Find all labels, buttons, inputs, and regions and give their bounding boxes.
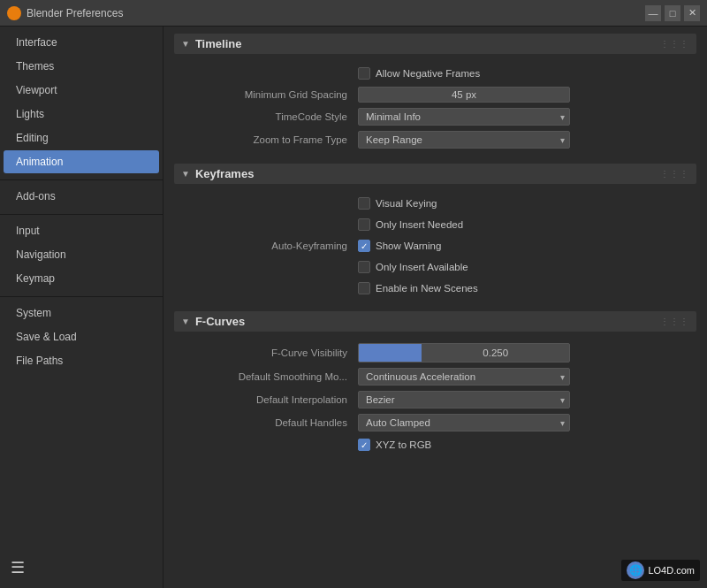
sidebar-divider-1 <box>0 179 163 180</box>
menu-button[interactable]: ☰ <box>4 554 32 581</box>
enable-new-scenes-text: Enable in New Scenes <box>376 283 478 294</box>
timeline-title: Timeline <box>195 37 660 50</box>
sidebar-item-lights[interactable]: Lights <box>4 103 159 126</box>
default-smoothing-select[interactable]: Continuous Acceleration None Euler <box>358 368 570 386</box>
sidebar-item-navigation[interactable]: Navigation <box>4 243 159 266</box>
default-interpolation-label: Default Interpolation <box>181 394 358 405</box>
window-controls: — □ ✕ <box>645 5 700 21</box>
show-warning-label: ✓ Show Warning <box>358 240 441 252</box>
timecode-style-label: TimeCode Style <box>181 111 358 122</box>
timeline-arrow: ▼ <box>181 39 190 49</box>
auto-keyframing-label: Auto-Keyframing <box>181 241 358 251</box>
sidebar-item-animation[interactable]: Animation <box>4 150 159 173</box>
sidebar-section-bot: Input Navigation Keymap <box>0 218 163 291</box>
title-bar-text: Blender Preferences <box>27 7 640 19</box>
keyframes-dots: ⋮⋮⋮ <box>660 169 689 179</box>
sidebar-item-keymap[interactable]: Keymap <box>4 267 159 290</box>
watermark: 🌐 LO4D.com <box>621 560 700 581</box>
visual-keying-text: Visual Keying <box>376 198 437 209</box>
only-insert-available-text: Only Insert Available <box>376 262 468 272</box>
auto-keyframing-control: ✓ Show Warning <box>358 240 689 252</box>
timeline-body: Allow Negative Frames Minimum Grid Spaci… <box>174 57 696 157</box>
enable-new-scenes-checkbox[interactable] <box>358 282 370 294</box>
default-handles-label: Default Handles <box>181 417 358 428</box>
title-bar: Blender Preferences — □ ✕ <box>0 0 707 27</box>
visual-keying-label: Visual Keying <box>358 197 437 210</box>
keyframes-arrow: ▼ <box>181 169 190 179</box>
min-grid-spacing-row: Minimum Grid Spacing <box>174 84 696 105</box>
sidebar-item-themes[interactable]: Themes <box>4 55 159 78</box>
zoom-to-frame-select[interactable]: Keep Range Keep Current Frame Zoom to Ke… <box>358 131 570 149</box>
sidebar: Interface Themes Viewport Lights Editing… <box>0 27 163 588</box>
default-smoothing-row: Default Smoothing Mo... Continuous Accel… <box>174 365 696 388</box>
zoom-to-frame-control: Keep Range Keep Current Frame Zoom to Ke… <box>358 131 689 149</box>
allow-negative-frames-text: Allow Negative Frames <box>376 68 480 79</box>
sidebar-divider-2 <box>0 214 163 215</box>
close-button[interactable]: ✕ <box>684 5 700 21</box>
default-handles-row: Default Handles Auto Clamped Auto Vector… <box>174 411 696 434</box>
only-insert-needed-text: Only Insert Needed <box>376 219 463 230</box>
min-grid-spacing-input[interactable] <box>358 87 570 103</box>
fcurves-dots: ⋮⋮⋮ <box>660 317 689 326</box>
default-handles-control: Auto Clamped Auto Vector Aligned Free ▾ <box>358 414 689 431</box>
timeline-dots: ⋮⋮⋮ <box>660 39 689 49</box>
default-handles-select[interactable]: Auto Clamped Auto Vector Aligned Free <box>358 414 570 431</box>
xyz-to-rgb-text: XYZ to RGB <box>376 439 431 450</box>
sidebar-section-top: Interface Themes Viewport Lights Editing… <box>0 30 163 174</box>
zoom-to-frame-dropdown-wrapper: Keep Range Keep Current Frame Zoom to Ke… <box>358 131 570 149</box>
xyz-to-rgb-row: ✓ XYZ to RGB <box>174 434 696 455</box>
sidebar-item-addons[interactable]: Add-ons <box>4 185 159 208</box>
sidebar-item-interface[interactable]: Interface <box>4 31 159 54</box>
maximize-button[interactable]: □ <box>665 5 680 21</box>
sidebar-item-system[interactable]: System <box>4 302 159 325</box>
sidebar-item-viewport[interactable]: Viewport <box>4 79 159 102</box>
default-interpolation-select[interactable]: Bezier Linear Constant <box>358 391 570 409</box>
sidebar-item-editing[interactable]: Editing <box>4 126 159 149</box>
only-insert-needed-checkbox[interactable] <box>358 218 370 231</box>
only-insert-available-checkbox[interactable] <box>358 261 370 273</box>
sidebar-item-input[interactable]: Input <box>4 219 159 242</box>
timecode-style-select[interactable]: Minimal Info SMPTE Compact Seconds Frame… <box>358 108 570 126</box>
fcurves-arrow: ▼ <box>181 317 190 326</box>
xyz-to-rgb-checkbox[interactable]: ✓ <box>358 439 370 451</box>
show-warning-checkbox[interactable]: ✓ <box>358 240 370 252</box>
default-smoothing-dropdown-wrapper: Continuous Acceleration None Euler ▾ <box>358 368 570 386</box>
minimize-button[interactable]: — <box>645 5 661 21</box>
auto-keyframing-row: Auto-Keyframing ✓ Show Warning <box>174 235 696 256</box>
sidebar-item-saveload[interactable]: Save & Load <box>4 325 159 348</box>
default-smoothing-label: Default Smoothing Mo... <box>181 371 358 382</box>
sidebar-divider-3 <box>0 296 163 297</box>
zoom-to-frame-label: Zoom to Frame Type <box>181 134 358 145</box>
enable-new-scenes-label: Enable in New Scenes <box>358 282 478 294</box>
main-content: ▼ Timeline ⋮⋮⋮ Allow Negative Frames Min… <box>163 27 707 588</box>
keyframes-header[interactable]: ▼ Keyframes ⋮⋮⋮ <box>174 164 696 184</box>
allow-negative-frames-checkbox[interactable] <box>358 67 370 80</box>
min-grid-spacing-control <box>358 87 689 103</box>
default-interpolation-row: Default Interpolation Bezier Linear Cons… <box>174 388 696 411</box>
timeline-header[interactable]: ▼ Timeline ⋮⋮⋮ <box>174 34 696 54</box>
watermark-text: LO4D.com <box>648 565 695 576</box>
timecode-style-control: Minimal Info SMPTE Compact Seconds Frame… <box>358 108 689 126</box>
default-interpolation-control: Bezier Linear Constant ▾ <box>358 391 689 409</box>
min-grid-spacing-label: Minimum Grid Spacing <box>181 89 358 100</box>
fcurve-slider-fill <box>359 344 422 362</box>
only-insert-available-label: Only Insert Available <box>358 261 468 273</box>
sidebar-item-filepaths[interactable]: File Paths <box>4 349 159 372</box>
only-insert-needed-row: Only Insert Needed <box>174 214 696 235</box>
enable-new-scenes-row: Enable in New Scenes <box>174 278 696 299</box>
fcurve-visibility-slider[interactable]: 0.250 <box>358 343 570 363</box>
show-warning-text: Show Warning <box>376 241 441 251</box>
sidebar-bottom: ☰ <box>0 551 163 584</box>
only-insert-needed-label: Only Insert Needed <box>358 218 463 231</box>
keyframes-title: Keyframes <box>195 167 660 180</box>
keyframes-body: Visual Keying Only Insert Needed Auto-Ke… <box>174 187 696 304</box>
default-interpolation-dropdown-wrapper: Bezier Linear Constant ▾ <box>358 391 570 409</box>
fcurves-header[interactable]: ▼ F-Curves ⋮⋮⋮ <box>174 311 696 332</box>
timecode-style-row: TimeCode Style Minimal Info SMPTE Compac… <box>174 105 696 128</box>
fcurve-visibility-control: 0.250 <box>358 343 689 363</box>
default-smoothing-control: Continuous Acceleration None Euler ▾ <box>358 368 689 386</box>
fcurves-body: F-Curve Visibility 0.250 Default Smoothi… <box>174 335 696 461</box>
visual-keying-checkbox[interactable] <box>358 197 370 210</box>
default-handles-dropdown-wrapper: Auto Clamped Auto Vector Aligned Free ▾ <box>358 414 570 431</box>
keyframes-section: ▼ Keyframes ⋮⋮⋮ Visual Keying <box>174 164 696 304</box>
